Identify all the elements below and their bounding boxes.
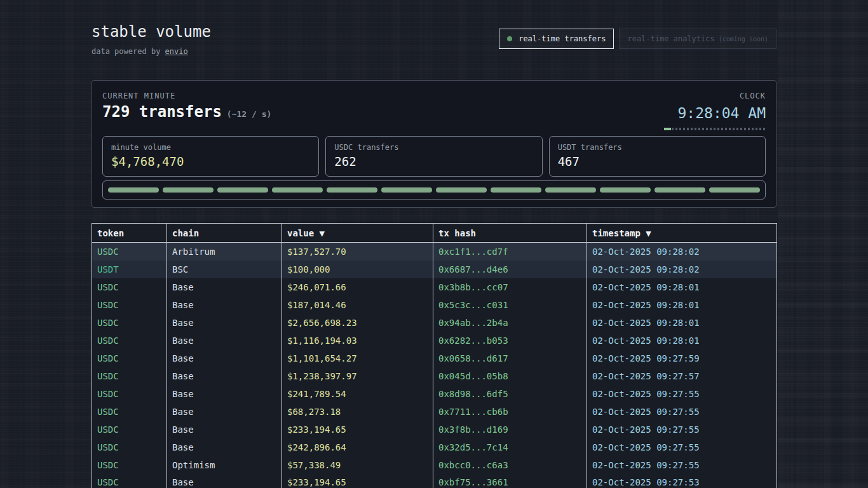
current-minute-label: CURRENT MINUTE: [102, 92, 271, 100]
activity-bar-segment: [272, 187, 323, 193]
cell-token: USDC: [92, 278, 167, 296]
cell-tx[interactable]: 0x94ab...2b4a: [433, 314, 587, 332]
cell-timestamp: 02-Oct-2025 09:28:02: [587, 243, 777, 261]
cell-token: USDC: [92, 403, 167, 421]
cell-value: $137,527.70: [282, 243, 433, 261]
activity-bar-segment: [709, 187, 760, 193]
transfer-row: USDCBase$1,238,397.970x045d...05b802-Oct…: [92, 367, 777, 385]
column-header-token[interactable]: token: [92, 224, 167, 243]
cell-tx[interactable]: 0x3f8b...d169: [433, 421, 587, 438]
cell-tx[interactable]: 0x5c3c...c031: [433, 296, 587, 314]
live-dot-icon: [507, 36, 512, 41]
cell-token: USDC: [92, 367, 167, 385]
transfer-row: USDCBase$233,194.650x3f8b...d16902-Oct-2…: [92, 421, 777, 438]
stat-card-minute-volume: minute volume$4,768,470: [102, 136, 319, 177]
transfer-row: USDCBase$242,896.640x32d5...7c1402-Oct-2…: [92, 438, 777, 456]
transfer-row: USDCBase$233,194.650xbf75...366102-Oct-2…: [92, 474, 777, 488]
cell-token: USDC: [92, 243, 167, 261]
tab-analytics-label: real-time analytics: [627, 34, 714, 43]
stat-label: minute volume: [111, 143, 310, 152]
cell-chain: Base: [167, 403, 282, 421]
column-header-chain[interactable]: chain: [167, 224, 282, 243]
cell-chain: Base: [167, 349, 282, 367]
cell-value: $100,000: [282, 261, 433, 278]
transfer-rate: (~12 / s): [227, 109, 271, 119]
cell-value: $233,194.65: [282, 474, 433, 488]
stat-label: USDC transfers: [334, 143, 533, 152]
transfer-row: USDCBase$241,789.540x8d98...6df502-Oct-2…: [92, 385, 777, 403]
cell-chain: Arbitrum: [167, 243, 282, 261]
activity-bar-segment: [108, 187, 159, 193]
stat-label: USDT transfers: [558, 143, 757, 152]
activity-bar-segment: [654, 187, 705, 193]
cell-tx[interactable]: 0x32d5...7c14: [433, 438, 587, 456]
cell-token: USDC: [92, 474, 167, 488]
clock-time: 9:28:04 AM: [664, 105, 766, 121]
tab-realtime-transfers[interactable]: real-time transfers: [499, 29, 614, 49]
tab-analytics-badge: (coming soon): [719, 36, 768, 43]
cell-chain: Base: [167, 438, 282, 456]
column-header-timestamp[interactable]: timestamp ▼: [587, 224, 777, 243]
cell-value: $233,194.65: [282, 421, 433, 438]
clock-progress-fill: [664, 128, 671, 130]
hero-left: CURRENT MINUTE 729 transfers (~12 / s): [102, 92, 271, 121]
cell-tx[interactable]: 0x045d...05b8: [433, 367, 587, 385]
cell-tx[interactable]: 0x6687...d4e6: [433, 261, 587, 278]
cell-timestamp: 02-Oct-2025 09:27:53: [587, 474, 777, 488]
envio-link[interactable]: envio: [165, 47, 188, 56]
activity-bar-segment: [381, 187, 432, 193]
cell-tx[interactable]: 0xc1f1...cd7f: [433, 243, 587, 261]
page-title: stable volume: [92, 23, 211, 41]
minute-activity-bars: [102, 180, 766, 200]
cell-tx[interactable]: 0xbf75...3661: [433, 474, 587, 488]
table-body: USDCArbitrum$137,527.700xc1f1...cd7f02-O…: [92, 243, 777, 488]
transfer-row: USDCBase$68,273.180x7711...cb6b02-Oct-20…: [92, 403, 777, 421]
transfer-count: 729 transfers: [102, 103, 222, 121]
transfer-count-line: 729 transfers (~12 / s): [102, 103, 271, 121]
column-header-tx[interactable]: tx hash: [433, 224, 587, 243]
cell-token: USDC: [92, 421, 167, 438]
cell-token: USDC: [92, 332, 167, 349]
subtitle: data powered by envio: [92, 47, 211, 56]
cell-token: USDC: [92, 456, 167, 474]
transfer-row: USDCOptimism$57,338.490xbcc0...c6a302-Oc…: [92, 456, 777, 474]
activity-bar-segment: [545, 187, 596, 193]
cell-chain: Base: [167, 385, 282, 403]
cell-tx[interactable]: 0x0658...d617: [433, 349, 587, 367]
cell-value: $1,116,194.03: [282, 332, 433, 349]
activity-bar-segment: [491, 187, 541, 193]
cell-timestamp: 02-Oct-2025 09:27:55: [587, 438, 777, 456]
cell-value: $68,273.18: [282, 403, 433, 421]
activity-bar-segment: [217, 187, 268, 193]
cell-token: USDT: [92, 261, 167, 278]
cell-value: $242,896.64: [282, 438, 433, 456]
stat-value: 467: [558, 154, 757, 168]
cell-timestamp: 02-Oct-2025 09:27:59: [587, 349, 777, 367]
cell-tx[interactable]: 0x6282...b053: [433, 332, 587, 349]
stat-card-usdt-transfers: USDT transfers467: [549, 136, 766, 177]
tab-realtime-analytics[interactable]: real-time analytics (coming soon): [619, 29, 776, 49]
cell-token: USDC: [92, 438, 167, 456]
cell-tx[interactable]: 0x3b8b...cc07: [433, 278, 587, 296]
stat-card-usdc-transfers: USDC transfers262: [325, 136, 542, 177]
brand: stable volume data powered by envio: [92, 23, 211, 56]
transfer-row: USDCBase$1,116,194.030x6282...b05302-Oct…: [92, 332, 777, 349]
cell-timestamp: 02-Oct-2025 09:28:01: [587, 278, 777, 296]
cell-timestamp: 02-Oct-2025 09:28:02: [587, 261, 777, 278]
transfer-row: USDCBase$187,014.460x5c3c...c03102-Oct-2…: [92, 296, 777, 314]
cell-chain: Base: [167, 296, 282, 314]
cell-chain: Base: [167, 314, 282, 332]
cell-tx[interactable]: 0xbcc0...c6a3: [433, 456, 587, 474]
cell-tx[interactable]: 0x7711...cb6b: [433, 403, 587, 421]
cell-token: USDC: [92, 349, 167, 367]
transfer-row: USDTBSC$100,0000x6687...d4e602-Oct-2025 …: [92, 261, 777, 278]
cell-timestamp: 02-Oct-2025 09:28:01: [587, 314, 777, 332]
transfers-table: tokenchainvalue ▼tx hashtimestamp ▼ USDC…: [92, 223, 777, 488]
view-tabs: real-time transfers real-time analytics …: [499, 29, 776, 49]
stat-value: $4,768,470: [111, 154, 310, 168]
cell-value: $187,014.46: [282, 296, 433, 314]
clock-label: CLOCK: [664, 92, 766, 100]
cell-tx[interactable]: 0x8d98...6df5: [433, 385, 587, 403]
cell-chain: Base: [167, 421, 282, 438]
column-header-value[interactable]: value ▼: [282, 224, 433, 243]
